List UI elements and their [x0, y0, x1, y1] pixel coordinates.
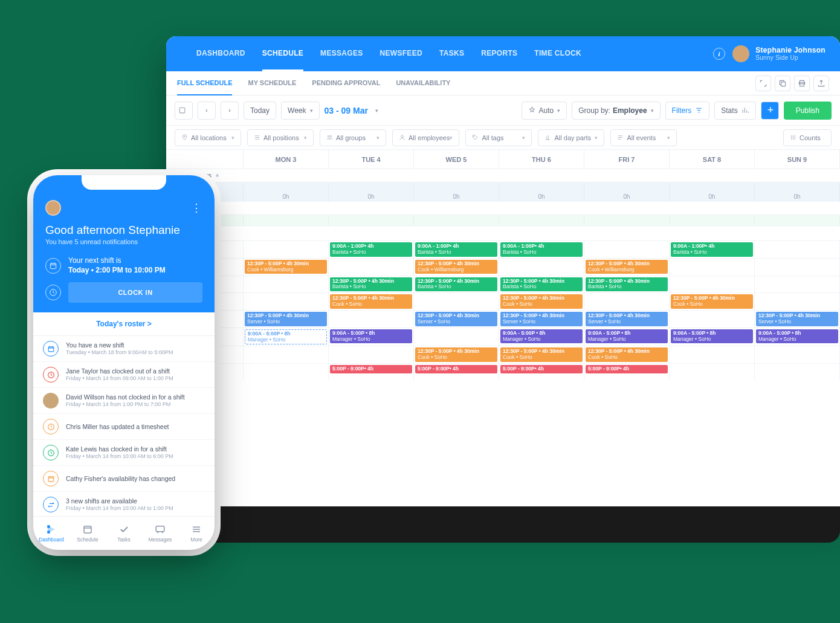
shift-block[interactable]: 9:00A - 5:00P • 8hManager • SoHo	[330, 329, 412, 344]
notification-item[interactable]: You have a new shiftTuesday • March 18 f…	[33, 336, 215, 362]
shift-block[interactable]: 9:00A - 5:00P • 8hManager • SoHo	[586, 329, 668, 344]
shift-block[interactable]: 12:30P - 5:00P • 4h 30minBarista • SoHo	[330, 277, 412, 292]
shift-cell[interactable]	[670, 259, 755, 276]
tab-dashboard[interactable]: Dashboard	[33, 517, 69, 550]
shift-cell[interactable]	[755, 293, 840, 310]
shift-cell[interactable]: 9:00A - 1:00P• 4hBarista • SoHo	[670, 241, 755, 258]
hours-cell[interactable]: 0h	[584, 182, 670, 202]
shift-cell[interactable]: 12:30P - 5:00P • 4h 30minCook • SoHo	[329, 293, 414, 310]
shift-cell[interactable]: 12:30P - 5:00P • 4h 30minBarista • SoHo	[414, 276, 499, 293]
shift-block[interactable]: 12:30P - 5:00P • 4h 30minCook • SoHo	[500, 294, 583, 309]
notification-item[interactable]: Kate Lewis has clocked in for a shiftFri…	[33, 440, 215, 466]
clock-in-button[interactable]: CLOCK IN	[68, 282, 202, 303]
filter-locations[interactable]: All locations▾	[175, 129, 241, 146]
tab-tasks[interactable]: Tasks	[106, 517, 142, 550]
shift-cell[interactable]: 12:30P - 5:00P • 4h 30minCook • Williams…	[584, 259, 670, 276]
notification-item[interactable]: 3 new shifts are availableFriday • March…	[33, 492, 215, 516]
shift-cell[interactable]: 12:30P - 5:00P • 4h 30minServer • SoHo	[499, 311, 584, 328]
print-icon[interactable]	[794, 76, 810, 91]
shift-block[interactable]: 12:30P - 5:00P • 4h 30minCook • Williams…	[586, 260, 668, 274]
nav-messages[interactable]: MESSAGES	[320, 37, 363, 71]
add-shift-button[interactable]: +	[761, 102, 779, 120]
shift-cell[interactable]: 12:30P - 5:00P • 4h 30minCook • Williams…	[414, 259, 499, 276]
shift-cell[interactable]: 12:30P - 5:00P • 4h 30minBarista • SoHo	[584, 276, 670, 293]
shift-cell[interactable]	[755, 241, 840, 258]
filter-events[interactable]: All events▾	[610, 129, 677, 146]
shift-cell[interactable]: 12:30P - 5:00P • 4h 30minServer • SoHo	[584, 311, 670, 328]
shift-cell[interactable]	[755, 364, 840, 380]
shift-cell[interactable]	[670, 311, 755, 328]
nav-schedule[interactable]: SCHEDULE	[262, 37, 303, 71]
shift-block[interactable]: 9:00A - 1:00P• 4hBarista • SoHo	[671, 242, 753, 257]
shift-block[interactable]: 12:30P - 5:00P • 4h 30minCook • SoHo	[671, 294, 753, 309]
shift-cell[interactable]: 9:00A - 5:00P • 8hManager • SoHo	[329, 328, 414, 346]
stats-button[interactable]: Stats	[714, 102, 755, 120]
prev-week-button[interactable]: ‹	[198, 102, 216, 120]
shift-cell[interactable]: 12:30P - 5:00P • 4h 30minCook • SoHo	[670, 293, 755, 310]
filter-tags[interactable]: All tags▾	[465, 129, 532, 146]
shift-cell[interactable]	[755, 259, 840, 276]
auto-button[interactable]: Auto▾	[522, 102, 567, 120]
shift-cell[interactable]	[414, 328, 499, 346]
checkbox-all[interactable]	[175, 102, 193, 120]
filter-dayparts[interactable]: All day parts▾	[538, 129, 604, 146]
shift-cell[interactable]	[670, 276, 755, 293]
user-avatar[interactable]	[732, 45, 749, 62]
shift-cell[interactable]	[244, 293, 329, 310]
shift-cell[interactable]: 9:00A - 1:00P• 4hBarista • SoHo	[414, 241, 499, 258]
hours-cell[interactable]: 0h	[414, 182, 499, 202]
filter-employees[interactable]: All employees▾	[392, 129, 459, 146]
shift-block[interactable]: 9:00A - 1:00P• 4hBarista • SoHo	[415, 242, 497, 257]
fullscreen-icon[interactable]	[755, 76, 771, 91]
shift-block[interactable]: 9:00A - 5:00P • 8hManager • SoHo	[671, 329, 753, 344]
shift-block[interactable]: 5:00P - 9:00P• 4h	[586, 365, 668, 373]
shift-block[interactable]: 12:30P - 5:00P • 4h 30minServer • SoHo	[415, 312, 497, 326]
shift-cell[interactable]: 9:00A - 5:00P • 8hManager • SoHo	[755, 328, 840, 346]
shift-cell[interactable]	[755, 346, 840, 363]
subnav-full-schedule[interactable]: FULL SCHEDULE	[177, 71, 232, 95]
shift-cell[interactable]: 12:30P - 5:00P • 4h 30minCook • SoHo	[499, 346, 584, 363]
shift-block[interactable]: 12:30P - 5:00P • 4h 30minServer • SoHo	[500, 312, 583, 326]
tab-schedule[interactable]: Schedule	[69, 517, 106, 550]
shift-cell[interactable]	[584, 293, 670, 310]
shift-cell[interactable]	[329, 259, 414, 276]
nav-newsfeed[interactable]: NEWSFEED	[380, 37, 422, 71]
shift-cell[interactable]	[584, 241, 670, 258]
shift-cell[interactable]: 12:30P - 5:00P • 4h 30minServer • SoHo	[755, 311, 840, 328]
shift-block[interactable]: 12:30P - 5:00P • 4h 30minBarista • SoHo	[415, 277, 497, 292]
shift-block[interactable]: 9:00A - 5:00P • 8hManager • SoHo	[245, 329, 327, 345]
shift-block[interactable]: 5:00P - 9:00P• 4h	[500, 365, 583, 373]
filters-button[interactable]: Filters	[665, 102, 710, 120]
shift-block[interactable]: 12:30P - 5:00P • 4h 30minBarista • SoHo	[500, 277, 583, 292]
today-button[interactable]: Today	[244, 102, 276, 120]
subnav-pending-approval[interactable]: PENDING APPROVAL	[312, 71, 380, 95]
phone-avatar[interactable]	[45, 200, 61, 216]
shift-cell[interactable]: 9:00A - 5:00P • 8hManager • SoHo	[244, 328, 329, 346]
shift-cell[interactable]: 12:30P - 5:00P • 4h 30minServer • SoHo	[414, 311, 499, 328]
shift-cell[interactable]	[755, 276, 840, 293]
tab-more[interactable]: More	[178, 517, 215, 550]
user-name-block[interactable]: Stephanie Johnson Sunny Side Up	[755, 46, 825, 62]
shift-cell[interactable]: 5:00P - 9:00P• 4h	[499, 364, 584, 380]
shift-cell[interactable]: 9:00A - 1:00P• 4hBarista • SoHo	[499, 241, 584, 258]
shift-cell[interactable]: 5:00P - 9:00P• 4h	[414, 364, 499, 380]
copy-icon[interactable]	[775, 76, 790, 91]
hours-cell[interactable]: 0h	[670, 182, 755, 202]
shift-cell[interactable]: 12:30P - 5:00P • 4h 30minBarista • SoHo	[329, 276, 414, 293]
notification-item[interactable]: David Willson has not clocked in for a s…	[33, 388, 215, 414]
shift-cell[interactable]	[499, 259, 584, 276]
filter-groups[interactable]: All groups▾	[320, 129, 386, 146]
shift-block[interactable]: 12:30P - 5:00P • 4h 30minServer • SoHo	[756, 312, 838, 326]
date-range[interactable]: 03 - 09 Mar	[325, 106, 368, 115]
shift-block[interactable]: 12:30P - 5:00P • 4h 30minCook • SoHo	[415, 347, 497, 362]
shift-block[interactable]: 9:00A - 5:00P • 8hManager • SoHo	[756, 329, 838, 344]
shift-block[interactable]: 12:30P - 5:00P • 4h 30minBarista • SoHo	[586, 277, 668, 292]
shift-cell[interactable]	[329, 311, 414, 328]
shift-cell[interactable]	[244, 364, 329, 380]
filter-positions[interactable]: All positions▾	[247, 129, 314, 146]
nav-dashboard[interactable]: DASHBOARD	[196, 37, 245, 71]
shift-cell[interactable]	[244, 346, 329, 363]
todays-roster-link[interactable]: Today's roster >	[33, 312, 215, 336]
shift-cell[interactable]: 12:30P - 5:00P • 4h 30minCook • SoHo	[499, 293, 584, 310]
hours-cell[interactable]: 0h	[755, 182, 840, 202]
